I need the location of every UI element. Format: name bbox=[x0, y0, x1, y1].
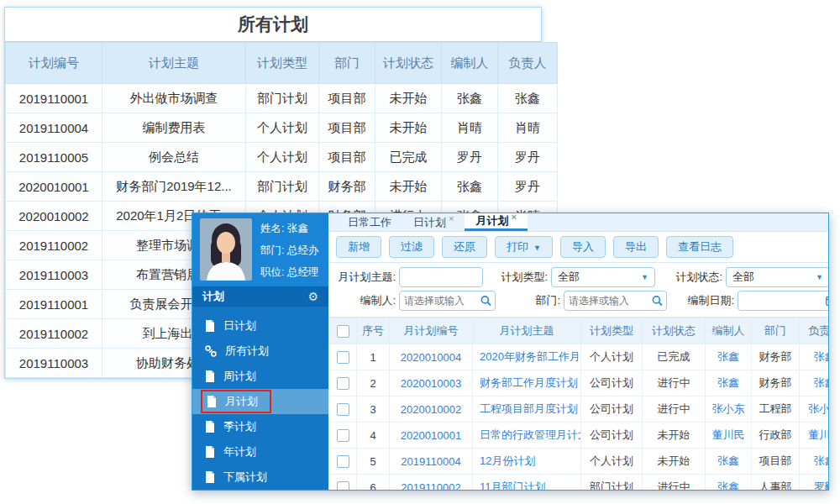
cell-dept: 项目部 bbox=[752, 449, 800, 475]
cell-owner-link[interactable]: 张小东 bbox=[800, 396, 829, 423]
cell-subject-link[interactable]: 财务部工作月度计划 bbox=[473, 370, 581, 396]
print-button[interactable]: 打印▼ bbox=[495, 236, 553, 258]
row-select-cell bbox=[329, 396, 357, 423]
status-filter-label: 计划状态: bbox=[655, 270, 722, 285]
filter-button[interactable]: 过滤 bbox=[389, 236, 434, 258]
cell-subject-link[interactable]: 11月部门计划 bbox=[473, 475, 581, 491]
column-header: 计划类型 bbox=[581, 318, 643, 344]
cell-owner-link[interactable]: 董川民 bbox=[800, 423, 829, 449]
tab-daily-plan[interactable]: 日计划 × bbox=[402, 213, 465, 231]
cell-subject-link[interactable]: 12月份计划 bbox=[473, 449, 581, 475]
cell-dept: 财务部 bbox=[752, 370, 800, 396]
import-button[interactable]: 导入 bbox=[560, 236, 606, 258]
cell-creator-link[interactable]: 张鑫 bbox=[706, 449, 752, 475]
cell-dept: 人事部 bbox=[752, 475, 800, 491]
cell-seq: 3 bbox=[357, 396, 390, 423]
section-title: 计划 bbox=[202, 289, 224, 304]
search-icon[interactable] bbox=[480, 296, 491, 307]
row-select-cell bbox=[329, 344, 357, 370]
close-icon[interactable]: × bbox=[449, 213, 454, 223]
cell-plan-no-link[interactable]: 2020010003 bbox=[390, 370, 473, 396]
tab-monthly-plan[interactable]: 月计划 × bbox=[465, 213, 527, 231]
cell-dept: 行政部 bbox=[752, 423, 800, 449]
gear-icon[interactable]: ⚙ bbox=[307, 290, 318, 303]
cell-owner-link[interactable]: 张鑫 bbox=[800, 370, 829, 396]
column-header: 部门 bbox=[752, 318, 800, 344]
cell-subject-link[interactable]: 日常的行政管理月计划 bbox=[473, 423, 581, 449]
cell-plan-no-link[interactable]: 2019110004 bbox=[390, 449, 473, 475]
type-filter-select[interactable]: 全部 ▼ bbox=[551, 267, 655, 287]
cell-owner: 罗丹 bbox=[498, 172, 558, 202]
cell-creator-link[interactable]: 张鑫 bbox=[706, 475, 752, 491]
profile-field: 部门: 总经办 bbox=[260, 244, 318, 258]
row-checkbox[interactable] bbox=[337, 403, 349, 416]
sidebar-item-monthly-plan[interactable]: 月计划 bbox=[192, 389, 328, 414]
cell-type: 公司计划 bbox=[581, 396, 643, 423]
row-checkbox[interactable] bbox=[337, 481, 349, 490]
cell-subject-link[interactable]: 2020年财务部工作月... bbox=[473, 344, 581, 370]
tab-daily-work[interactable]: 日常工作 bbox=[337, 213, 402, 231]
reset-button[interactable]: 还原 bbox=[442, 236, 487, 258]
column-header: 负责人 bbox=[498, 43, 558, 84]
cell-status: 未开始 bbox=[375, 113, 442, 143]
cell-type: 个人计划 bbox=[246, 113, 319, 143]
cell-creator-link[interactable]: 张鑫 bbox=[706, 370, 752, 396]
cell-type: 部门计划 bbox=[246, 84, 319, 113]
table-row: 2019110005 例会总结 个人计划 项目部 已完成 罗丹 罗丹 bbox=[6, 143, 558, 172]
cell-creator-link[interactable]: 张鑫 bbox=[706, 344, 752, 370]
cell-status: 未开始 bbox=[643, 449, 706, 475]
cell-creator-link[interactable]: 张小东 bbox=[706, 396, 752, 423]
cell-creator: 张鑫 bbox=[442, 172, 498, 202]
cell-type: 公司计划 bbox=[581, 370, 643, 396]
cell-plan-no-link[interactable]: 2019110002 bbox=[390, 475, 473, 491]
sidebar-item-quarterly-plan[interactable]: 季计划 bbox=[192, 414, 328, 439]
row-select-cell bbox=[329, 449, 357, 475]
cell-owner: 张鑫 bbox=[498, 84, 558, 113]
cell-status: 未开始 bbox=[375, 84, 442, 113]
cell-owner-link[interactable]: 张鑫 bbox=[800, 449, 829, 475]
select-all-checkbox[interactable] bbox=[337, 325, 349, 338]
cell-seq: 2 bbox=[357, 370, 390, 396]
cell-owner-link[interactable]: 张鑫 bbox=[800, 344, 829, 370]
cell-plan-no-link[interactable]: 2020010002 bbox=[390, 396, 473, 423]
row-checkbox[interactable] bbox=[337, 455, 349, 468]
sidebar-item-yearly-plan[interactable]: 年计划 bbox=[192, 439, 328, 465]
sidebar-item-all-plans[interactable]: 所有计划 bbox=[192, 339, 328, 364]
cell-plan-no-link[interactable]: 2020010004 bbox=[390, 344, 473, 370]
cell-dept: 财务部 bbox=[752, 344, 800, 370]
cell-plan-no: 2020010001 bbox=[6, 172, 102, 202]
create-date-start-input[interactable] bbox=[738, 291, 828, 311]
export-button[interactable]: 导出 bbox=[613, 236, 659, 258]
close-icon[interactable]: × bbox=[511, 213, 516, 222]
cell-creator-link[interactable]: 董川民 bbox=[706, 423, 752, 449]
cell-plan-no: 2019110001 bbox=[6, 290, 102, 319]
calendar-icon[interactable] bbox=[826, 296, 828, 307]
create-date-filter-label: 编制日期: bbox=[667, 293, 734, 308]
subject-filter-input[interactable] bbox=[399, 267, 483, 287]
cell-plan-no: 2020010002 bbox=[6, 202, 102, 231]
row-checkbox[interactable] bbox=[337, 429, 349, 442]
document-icon bbox=[205, 446, 215, 458]
add-button[interactable]: 新增 bbox=[336, 236, 381, 258]
sidebar-item-subordinate-plan[interactable]: 下属计划 bbox=[192, 465, 328, 490]
sidebar-item-daily-plan[interactable]: 日计划 bbox=[192, 313, 328, 339]
cell-creator: 罗丹 bbox=[442, 143, 498, 172]
row-checkbox[interactable] bbox=[337, 351, 349, 364]
cell-dept: 工程部 bbox=[752, 396, 800, 423]
column-header: 计划主题 bbox=[102, 43, 246, 84]
monthly-plan-table: 序号 月计划编号 月计划主题 计划类型 计划状态 编制人 部门 负责人 1 20… bbox=[328, 318, 828, 490]
caret-down-icon: ▼ bbox=[533, 244, 541, 252]
avatar bbox=[200, 218, 252, 281]
row-checkbox[interactable] bbox=[337, 377, 349, 390]
cell-owner-link[interactable]: 罗毅 bbox=[800, 475, 829, 491]
table-row: 4 2020010001 日常的行政管理月计划 公司计划 未开始 董川民 行政部… bbox=[329, 423, 829, 449]
cell-plan-no-link[interactable]: 2020010001 bbox=[390, 423, 473, 449]
cell-subject-link[interactable]: 工程项目部月度计划 bbox=[473, 396, 581, 423]
sidebar-item-weekly-plan[interactable]: 周计划 bbox=[192, 364, 328, 389]
status-filter-select[interactable]: 全部 ▼ bbox=[726, 267, 828, 287]
table-row: 6 2019110002 11月部门计划 部门计划 进行中 张鑫 人事部 罗毅 bbox=[329, 475, 829, 491]
search-icon[interactable] bbox=[652, 296, 663, 307]
tab-bar: 日常工作 日计划 × 月计划 × bbox=[328, 213, 828, 232]
view-log-button[interactable]: 查看日志 bbox=[666, 236, 733, 258]
cell-status: 进行中 bbox=[643, 370, 706, 396]
